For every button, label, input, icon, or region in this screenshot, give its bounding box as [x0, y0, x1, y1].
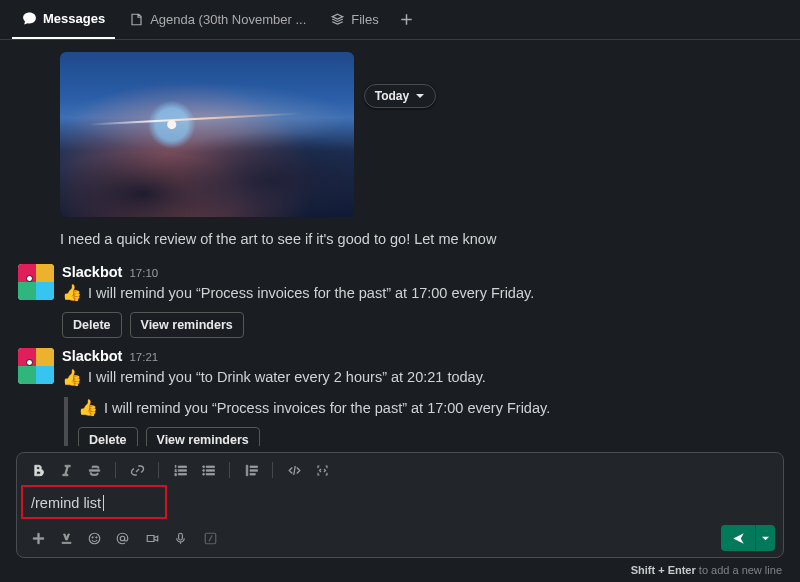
composer-hint: Shift + Enter to add a new line: [0, 562, 800, 582]
delete-button[interactable]: Delete: [62, 312, 122, 338]
tab-messages[interactable]: Messages: [12, 1, 115, 39]
send-options-button[interactable]: [755, 525, 775, 551]
sender-name[interactable]: Slackbot: [62, 264, 122, 280]
svg-point-0: [202, 465, 204, 467]
image-attachment[interactable]: [60, 52, 354, 217]
thumbs-up-icon: 👍: [62, 285, 82, 301]
tab-label: Files: [351, 12, 378, 27]
message-composer: /remind list: [16, 452, 784, 558]
code-button[interactable]: [281, 457, 307, 483]
avatar[interactable]: [18, 348, 54, 384]
message-input-text: /remind list: [31, 495, 101, 511]
tab-agenda[interactable]: Agenda (30th November ...: [119, 1, 316, 39]
tab-label: Agenda (30th November ...: [150, 12, 306, 27]
codeblock-button[interactable]: [309, 457, 335, 483]
emoji-button[interactable]: [81, 525, 107, 551]
thumbs-up-icon: 👍: [62, 370, 82, 386]
message-time: 17:10: [129, 267, 158, 279]
message-text: I will remind you “Process invoices for …: [104, 397, 550, 419]
message-input[interactable]: /remind list: [27, 489, 773, 517]
strike-button[interactable]: [81, 457, 107, 483]
message-time: 17:21: [129, 351, 158, 363]
chat-icon: [22, 11, 37, 26]
slash-command-button[interactable]: [197, 525, 223, 551]
canvas-icon: [129, 12, 144, 27]
tab-label: Messages: [43, 11, 105, 26]
attach-button[interactable]: [25, 525, 51, 551]
bullet-list-button[interactable]: [195, 457, 221, 483]
thumbs-up-icon: 👍: [78, 400, 98, 416]
stack-icon: [330, 12, 345, 27]
avatar[interactable]: [18, 264, 54, 300]
sender-name[interactable]: Slackbot: [62, 348, 122, 364]
message-text: I need a quick review of the art to see …: [60, 229, 782, 250]
message-text: I will remind you “to Drink water every …: [88, 366, 486, 388]
svg-point-1: [202, 469, 204, 471]
date-divider-label: Today: [375, 89, 409, 103]
channel-tabs: Messages Agenda (30th November ... Files: [0, 0, 800, 40]
add-tab-button[interactable]: [393, 6, 421, 34]
view-reminders-button[interactable]: View reminders: [146, 427, 260, 446]
svg-point-5: [95, 536, 97, 538]
message-text: I will remind you “Process invoices for …: [88, 282, 534, 304]
audio-button[interactable]: [167, 525, 193, 551]
mention-button[interactable]: [109, 525, 135, 551]
italic-button[interactable]: [53, 457, 79, 483]
svg-point-4: [91, 536, 93, 538]
view-reminders-button[interactable]: View reminders: [130, 312, 244, 338]
blockquote-button[interactable]: [238, 457, 264, 483]
delete-button[interactable]: Delete: [78, 427, 138, 446]
video-button[interactable]: [139, 525, 165, 551]
svg-point-2: [202, 473, 204, 475]
format-toolbar: [17, 453, 783, 485]
ordered-list-button[interactable]: [167, 457, 193, 483]
tab-files[interactable]: Files: [320, 1, 388, 39]
message: Slackbot 17:21 👍 I will remind you “to D…: [18, 348, 782, 446]
formatting-toggle-button[interactable]: [53, 525, 79, 551]
link-button[interactable]: [124, 457, 150, 483]
message: Slackbot 17:10 👍 I will remind you “Proc…: [18, 264, 782, 338]
send-button[interactable]: [721, 525, 755, 551]
date-divider-button[interactable]: Today: [364, 84, 436, 108]
chevron-down-icon: [415, 91, 425, 101]
bold-button[interactable]: [25, 457, 51, 483]
svg-point-3: [89, 533, 100, 544]
